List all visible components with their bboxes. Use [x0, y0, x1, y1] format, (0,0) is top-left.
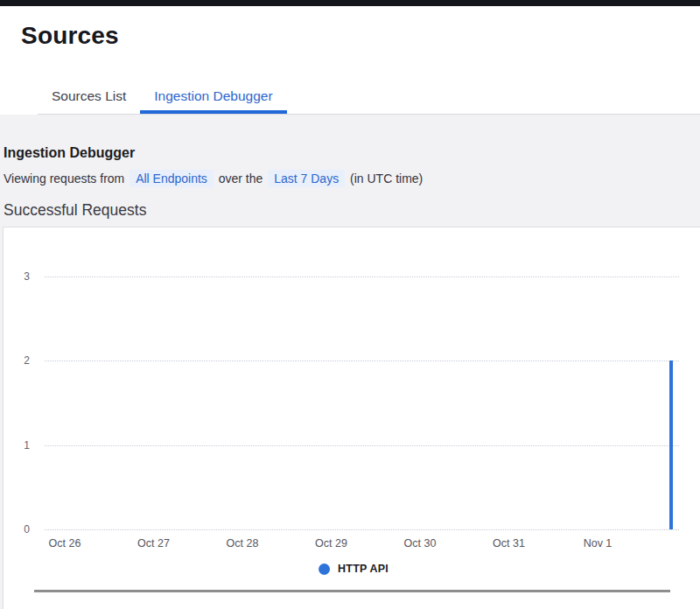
viewing-prefix-text: Viewing requests from	[4, 172, 124, 186]
page-header: Sources Sources List Ingestion Debugger	[0, 6, 700, 115]
legend-series-dot-icon	[318, 564, 330, 575]
window-titlebar	[0, 0, 700, 6]
xtick-label-4: Oct 30	[383, 537, 457, 550]
date-range-filter-dropdown[interactable]: Last 7 Days	[268, 170, 345, 187]
xtick-label-5: Oct 31	[472, 537, 546, 550]
legend-series-label: HTTP API	[338, 563, 388, 575]
successful-requests-chart: 0123 Oct 26Oct 27Oct 28Oct 29Oct 30Oct 3…	[3, 227, 700, 609]
ytick-label-3: 3	[4, 270, 30, 284]
chart-legend[interactable]: HTTP API	[318, 563, 388, 575]
xtick-label-2: Oct 28	[206, 537, 279, 550]
gridline-y-0	[45, 529, 679, 530]
ytick-label-0: 0	[4, 522, 30, 536]
page-title: Sources	[21, 19, 700, 52]
ytick-label-1: 1	[4, 438, 30, 452]
xtick-label-6: Nov 1	[561, 537, 634, 550]
tab-ingestion-debugger[interactable]: Ingestion Debugger	[140, 81, 286, 114]
gridline-y-3	[45, 276, 679, 277]
xtick-label-0: Oct 26	[28, 537, 102, 550]
gridline-y-2	[45, 360, 679, 361]
endpoint-filter-dropdown[interactable]: All Endpoints	[130, 170, 214, 187]
bar-http-api[interactable]	[669, 360, 673, 529]
xtick-label-3: Oct 29	[295, 537, 368, 550]
tab-sources-list[interactable]: Sources List	[38, 81, 140, 114]
xtick-label-1: Oct 27	[117, 537, 191, 550]
viewing-middle-text: over the	[219, 172, 263, 186]
gridline-y-1	[45, 445, 679, 446]
section-heading: Ingestion Debugger	[3, 145, 700, 161]
horizontal-scrollbar[interactable]	[34, 590, 670, 592]
viewing-description: Viewing requests from All Endpoints over…	[3, 170, 700, 187]
chart-title: Successful Requests	[3, 201, 700, 220]
ingestion-debugger-panel: Ingestion Debugger Viewing requests from…	[0, 115, 700, 609]
tab-bar: Sources List Ingestion Debugger	[38, 81, 700, 115]
ytick-label-2: 2	[4, 354, 30, 368]
viewing-suffix-text: (in UTC time)	[350, 172, 423, 186]
